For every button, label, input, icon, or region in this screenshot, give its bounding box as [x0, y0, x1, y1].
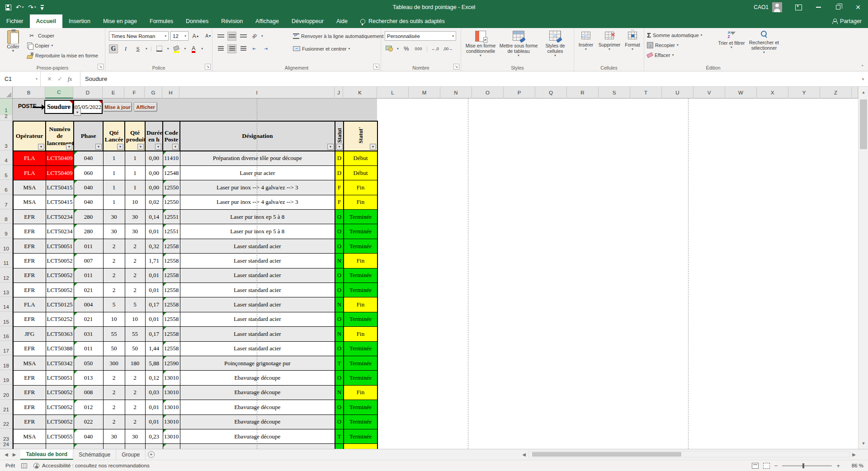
cell-designation[interactable]: Ebavurage découpe: [180, 414, 335, 429]
cell-qte-lancee[interactable]: 50: [103, 341, 125, 356]
cell-designation[interactable]: Laser standard acier: [180, 268, 335, 283]
horizontal-scrollbar-thumb[interactable]: [532, 452, 681, 457]
align-middle-button[interactable]: [227, 32, 236, 41]
clear-button[interactable]: Effacer▾: [647, 50, 674, 60]
tab-révision[interactable]: Révision: [215, 14, 249, 28]
cell-code-poste[interactable]: 12548: [163, 165, 180, 180]
ribbon-display-options-button[interactable]: [788, 0, 808, 14]
cell-duree[interactable]: 0,01: [145, 312, 163, 326]
cell-qte-produite[interactable]: 55: [125, 327, 145, 341]
save-button[interactable]: [5, 5, 11, 10]
cell-qte-lancee[interactable]: 2: [103, 254, 125, 268]
cell-statut-lettre[interactable]: D: [335, 151, 344, 165]
format-as-table-button[interactable]: Mettre sous forme de tableau ▾: [499, 31, 538, 58]
cell-duree[interactable]: 0,23: [145, 429, 163, 443]
column-header-G[interactable]: G: [145, 87, 162, 99]
cell-code-poste[interactable]: 12550: [163, 195, 180, 209]
cell-statut[interactable]: Terminée: [344, 414, 377, 429]
cell-operateur[interactable]: MSA: [13, 356, 46, 370]
cell-designation[interactable]: Préparation diverse tôle pour découpe: [180, 151, 335, 165]
cell-duree[interactable]: 0,02: [145, 195, 163, 209]
column-header-E[interactable]: E: [103, 87, 124, 99]
column-header-Z[interactable]: Z: [820, 87, 852, 99]
row-header-16[interactable]: 16: [0, 326, 12, 341]
cell-numero-lancement[interactable]: LCT50415: [46, 195, 74, 209]
prev-sheet-button[interactable]: ◀: [5, 452, 8, 457]
row-header-12[interactable]: 12: [0, 268, 12, 282]
cell-code-poste[interactable]: 11410: [163, 151, 180, 165]
cell-statut-lettre[interactable]: O: [335, 283, 344, 297]
table-header-cell[interactable]: Durée en h▼: [145, 121, 163, 151]
cell-qte-produite[interactable]: 2: [125, 371, 145, 385]
format-painter-button[interactable]: Reproduire la mise en forme: [27, 51, 98, 60]
cell-operateur[interactable]: EFR: [13, 268, 46, 283]
cell-designation[interactable]: Laser standard acier: [180, 312, 335, 326]
filter-dropdown-icon[interactable]: ▼: [117, 144, 123, 150]
cell-phase[interactable]: 280: [74, 224, 103, 239]
cell-statut[interactable]: Fin: [344, 195, 377, 209]
cell-phase[interactable]: 021: [74, 283, 103, 297]
cell-statut[interactable]: Fin: [344, 254, 377, 268]
fill-color-button[interactable]: [172, 44, 181, 53]
cell-qte-produite[interactable]: 5: [125, 444, 145, 449]
cell-code-poste[interactable]: 12558: [163, 297, 180, 312]
cell-designation[interactable]: Laser standard acier: [180, 341, 335, 356]
cell-phase[interactable]: 280: [74, 210, 103, 224]
cell-qte-lancee[interactable]: 5: [103, 444, 125, 449]
table-header-cell[interactable]: Phase▼: [74, 121, 103, 151]
insert-function-button[interactable]: fx: [68, 75, 72, 83]
table-header-cell[interactable]: Statut'▼: [344, 121, 377, 151]
cell-qte-lancee[interactable]: 5: [103, 297, 125, 312]
cell-phase[interactable]: 012: [74, 400, 103, 414]
cell-numero-lancement[interactable]: LCT50055: [46, 429, 74, 443]
paste-button[interactable]: Coller ▼: [3, 30, 24, 53]
cell-designation[interactable]: Laser standard acier: [180, 327, 335, 341]
filter-dropdown-icon[interactable]: ▼: [370, 144, 376, 150]
zoom-percentage[interactable]: 86 %: [844, 463, 863, 468]
cell-code-poste[interactable]: 12558: [163, 327, 180, 341]
cell-qte-produite[interactable]: 2: [125, 268, 145, 283]
cell-qte-produite[interactable]: 10: [125, 312, 145, 326]
align-right-button[interactable]: [239, 44, 248, 53]
cell-qte-produite[interactable]: 180: [125, 356, 145, 370]
cell-statut-lettre[interactable]: O: [335, 268, 344, 283]
cell-duree[interactable]: 0,00: [145, 151, 163, 165]
cancel-formula-button[interactable]: ✕: [47, 75, 52, 82]
cell-statut[interactable]: Fin: [344, 385, 377, 400]
cell-statut-lettre[interactable]: F: [335, 180, 344, 195]
cell-duree[interactable]: 5,88: [145, 356, 163, 370]
cell-statut[interactable]: Terminée: [344, 341, 377, 356]
cell-designation[interactable]: Laser standard acier: [180, 239, 335, 253]
percent-format-button[interactable]: %: [402, 44, 411, 53]
font-family-select[interactable]: Times New Roman▾: [109, 31, 169, 41]
cell-qte-produite[interactable]: 50: [125, 341, 145, 356]
row-header-1[interactable]: 1: [0, 99, 12, 115]
cell-qte-produite[interactable]: 30: [125, 429, 145, 443]
cell-qte-produite[interactable]: 1: [125, 180, 145, 195]
row-header-22[interactable]: 22: [0, 414, 12, 429]
row-header-17[interactable]: 17: [0, 341, 12, 355]
row-header-4[interactable]: 4: [0, 151, 12, 165]
cell-phase[interactable]: 022: [74, 414, 103, 429]
zoom-slider-thumb[interactable]: [802, 463, 804, 468]
cell-qte-produite[interactable]: 2: [125, 254, 145, 268]
row-header-8[interactable]: 8: [0, 209, 12, 224]
tab-développeur[interactable]: Développeur: [285, 14, 330, 28]
cell-code-poste[interactable]: 13010: [163, 371, 180, 385]
avatar[interactable]: [772, 2, 782, 12]
restore-button[interactable]: [828, 0, 848, 14]
merge-center-button[interactable]: Fusionner et centrer ▾: [293, 44, 350, 53]
cell-duree[interactable]: 0,14: [145, 210, 163, 224]
insert-cells-button[interactable]: Insérer ▾: [575, 32, 597, 52]
cell-duree[interactable]: 0,01: [145, 414, 163, 429]
cell-numero-lancement[interactable]: LCT50125: [46, 444, 74, 449]
cell-numero-lancement[interactable]: LCT50415: [46, 180, 74, 195]
cell-designation[interactable]: Laser standard acier: [180, 254, 335, 268]
cell-duree[interactable]: 1,44: [145, 341, 163, 356]
cell-qte-lancee[interactable]: 1: [103, 151, 125, 165]
cell-operateur[interactable]: EFR: [13, 224, 46, 239]
cell-code-poste[interactable]: 12551: [163, 224, 180, 239]
cell-operateur[interactable]: EFR: [13, 239, 46, 253]
zoom-in-button[interactable]: +: [836, 462, 840, 469]
column-header-B[interactable]: B: [13, 87, 45, 99]
